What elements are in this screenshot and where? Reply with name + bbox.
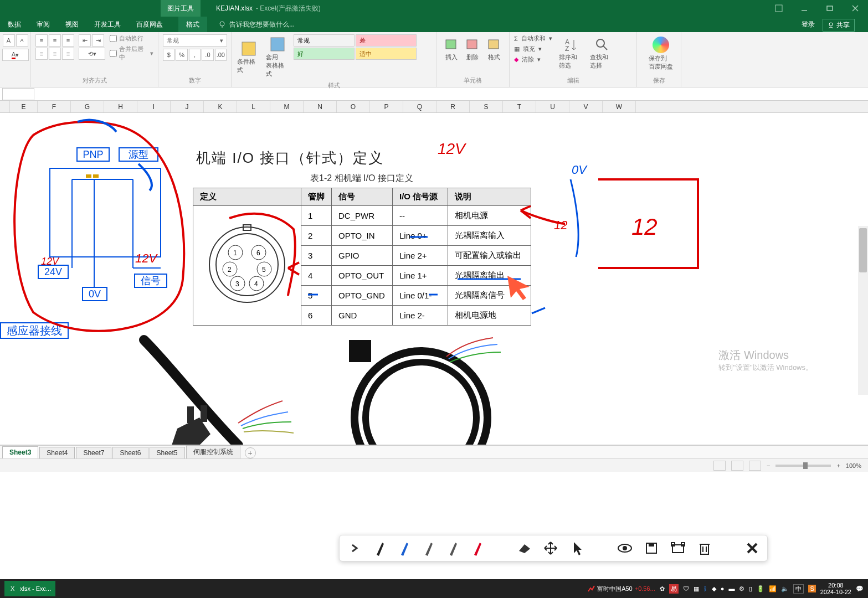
- screenshot-button[interactable]: [670, 540, 686, 556]
- sheet-tab-sheet6[interactable]: Sheet6: [112, 447, 148, 458]
- page-break-button[interactable]: [749, 461, 761, 471]
- col-I[interactable]: I: [137, 101, 171, 112]
- tray-icon[interactable]: ✿: [660, 585, 665, 592]
- tab-baidu[interactable]: 百度网盘: [129, 17, 171, 32]
- conditional-format-button[interactable]: 条件格式: [236, 34, 261, 80]
- worksheet-canvas[interactable]: /* gridlines drawn via repeated divs bel…: [0, 113, 868, 445]
- style-good[interactable]: 好: [294, 48, 355, 60]
- insert-button[interactable]: 插入: [441, 34, 462, 64]
- close-button[interactable]: [843, 0, 868, 17]
- pointer-tool-button[interactable]: [569, 540, 585, 556]
- sheet-tab-servo[interactable]: 伺服控制系统: [186, 445, 240, 458]
- col-S[interactable]: S: [470, 101, 503, 112]
- decrease-indent-button[interactable]: ⇤: [79, 34, 91, 47]
- maximize-button[interactable]: [817, 0, 843, 17]
- new-sheet-button[interactable]: +: [245, 447, 256, 458]
- col-N[interactable]: N: [304, 101, 337, 112]
- comma-button[interactable]: ,: [189, 49, 201, 61]
- vertical-scrollbar[interactable]: [858, 226, 868, 395]
- tray-sogou-icon[interactable]: S: [808, 585, 815, 592]
- align-bot-button[interactable]: ≡: [62, 34, 74, 47]
- find-select-button[interactable]: 查找和选择: [589, 34, 614, 72]
- tray-icon[interactable]: ◆: [712, 585, 716, 592]
- tray-volume-icon[interactable]: 🔈: [781, 585, 789, 592]
- move-tool-button[interactable]: [542, 540, 559, 556]
- normal-view-button[interactable]: [713, 461, 726, 471]
- tray-icon[interactable]: ●: [721, 585, 725, 592]
- tray-icon[interactable]: ▦: [694, 585, 699, 592]
- close-toolbar-button[interactable]: [744, 540, 761, 556]
- wrap-text-checkbox[interactable]: [110, 35, 117, 42]
- sheet-tab-sheet4[interactable]: Sheet4: [39, 447, 75, 458]
- col-G[interactable]: G: [71, 101, 104, 112]
- taskbar-stock-widget[interactable]: 富时中国A50 +0.56...: [583, 581, 660, 596]
- align-right-button[interactable]: ≡: [62, 48, 74, 60]
- col-L[interactable]: L: [237, 101, 270, 112]
- col-H[interactable]: H: [104, 101, 137, 112]
- login-link[interactable]: 登录: [802, 20, 815, 29]
- style-normal[interactable]: 常规: [294, 34, 355, 47]
- inc-decimal-button[interactable]: .0: [202, 49, 213, 61]
- percent-button[interactable]: %: [176, 49, 187, 61]
- account-icon[interactable]: [766, 0, 792, 17]
- tab-devtools[interactable]: 开发工具: [86, 17, 129, 32]
- col-W[interactable]: W: [603, 101, 636, 112]
- col-F[interactable]: F: [38, 101, 71, 112]
- dec-decimal-button[interactable]: .00: [215, 49, 227, 61]
- tab-data[interactable]: 数据: [0, 17, 29, 32]
- align-left-button[interactable]: ≡: [35, 48, 48, 60]
- increase-font-button[interactable]: A: [3, 34, 15, 47]
- eye-toggle-button[interactable]: [617, 540, 633, 556]
- decrease-font-button[interactable]: A: [16, 34, 28, 47]
- delete-button[interactable]: 删除: [462, 34, 483, 64]
- tab-view[interactable]: 视图: [58, 17, 86, 32]
- style-neutral[interactable]: 适中: [356, 48, 417, 60]
- col-Q[interactable]: Q: [403, 101, 436, 112]
- orientation-button[interactable]: ⟲▾: [79, 48, 105, 60]
- page-layout-button[interactable]: [731, 461, 743, 471]
- select-all-corner[interactable]: [0, 101, 10, 112]
- scrollbar-thumb[interactable]: [859, 228, 867, 272]
- sort-filter-button[interactable]: AZ 排序和筛选: [558, 34, 583, 72]
- tray-battery-icon[interactable]: 🔋: [757, 585, 764, 592]
- align-center-button[interactable]: ≡: [49, 48, 61, 60]
- format-button[interactable]: 格式: [484, 34, 505, 64]
- merge-checkbox[interactable]: [110, 50, 117, 57]
- clear-button[interactable]: ◆清除 ▾: [514, 55, 552, 64]
- zoom-level[interactable]: 100%: [846, 462, 861, 469]
- increase-indent-button[interactable]: ⇥: [92, 34, 104, 47]
- align-top-button[interactable]: ≡: [35, 34, 48, 47]
- col-J[interactable]: J: [171, 101, 204, 112]
- tray-icon[interactable]: 易: [669, 584, 679, 594]
- sheet-tab-sheet3[interactable]: Sheet3: [2, 446, 38, 458]
- tell-me-search[interactable]: 告诉我您想要做什么...: [218, 20, 295, 29]
- tray-shield-icon[interactable]: 🛡: [683, 585, 689, 592]
- tray-icon[interactable]: ▯: [749, 585, 752, 592]
- save-drawing-button[interactable]: [643, 540, 660, 556]
- pen-gray-button[interactable]: [446, 539, 460, 557]
- sheet-tab-sheet7[interactable]: Sheet7: [76, 447, 111, 458]
- col-K[interactable]: K: [204, 101, 237, 112]
- pen-red-button[interactable]: [470, 539, 485, 557]
- col-V[interactable]: V: [569, 101, 603, 112]
- col-U[interactable]: U: [536, 101, 569, 112]
- align-mid-button[interactable]: ≡: [49, 34, 61, 47]
- tray-icon[interactable]: ▬: [728, 585, 735, 592]
- style-bad[interactable]: 差: [356, 34, 417, 47]
- fill-button[interactable]: ▦填充 ▾: [514, 45, 552, 53]
- taskbar-excel-button[interactable]: X xlsx - Exc...: [4, 581, 55, 596]
- delete-drawing-button[interactable]: [696, 540, 713, 556]
- tray-icon[interactable]: ⚙: [739, 585, 744, 592]
- zoom-in-button[interactable]: +: [836, 462, 840, 469]
- col-R[interactable]: R: [436, 101, 470, 112]
- minimize-button[interactable]: [792, 0, 817, 17]
- col-O[interactable]: O: [337, 101, 370, 112]
- number-format-combo[interactable]: 常规▾: [163, 34, 227, 47]
- pen-black-button[interactable]: [373, 539, 387, 557]
- autosum-button[interactable]: Σ自动求和 ▾: [514, 34, 552, 43]
- tray-wifi-icon[interactable]: 📶: [769, 585, 777, 592]
- share-button[interactable]: 共享: [823, 19, 855, 32]
- name-box[interactable]: [2, 88, 34, 100]
- tab-review[interactable]: 审阅: [29, 17, 58, 32]
- eraser-button[interactable]: [516, 540, 532, 556]
